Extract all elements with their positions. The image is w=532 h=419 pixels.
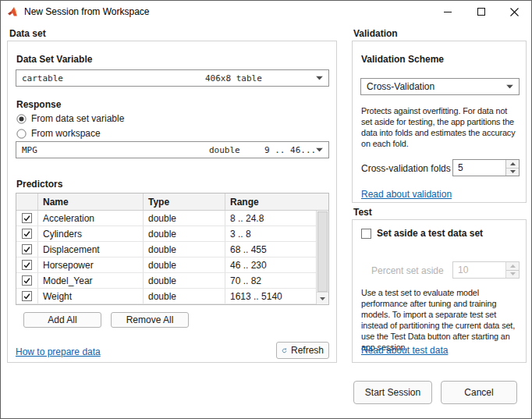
predictor-checkbox[interactable] — [22, 291, 32, 301]
predictor-range: 8 .. 24.8 — [225, 211, 317, 225]
maximize-button[interactable] — [464, 1, 498, 23]
check-icon — [23, 276, 31, 285]
close-icon — [510, 8, 519, 16]
predictor-checkbox[interactable] — [22, 213, 32, 223]
response-variable-range: 9 .. 46... — [264, 145, 316, 155]
radio-from-dataset[interactable]: From data set variable — [16, 113, 124, 124]
titlebar: New Session from Workspace — [1, 1, 531, 23]
predictor-type: double — [144, 273, 225, 288]
table-header-row: Name Type Range — [16, 194, 328, 211]
percent-set-aside-value: 10 — [453, 262, 505, 278]
col-header-name[interactable]: Name — [38, 194, 144, 210]
predictors-label: Predictors — [16, 179, 62, 190]
cancel-button[interactable]: Cancel — [441, 381, 517, 404]
predictors-table: Name Type Range Acceleration double 8 ..… — [16, 193, 329, 305]
check-icon — [23, 214, 31, 222]
radio-from-workspace-label: From workspace — [31, 128, 101, 139]
col-header-range[interactable]: Range — [225, 194, 328, 210]
dataset-groupbox: Data Set Variable cartable 406x8 table R… — [7, 41, 337, 363]
radio-selected-icon — [16, 114, 27, 124]
response-variable-value: MPG — [22, 145, 37, 155]
start-session-button[interactable]: Start Session — [353, 381, 432, 404]
check-icon — [23, 292, 31, 300]
scrollbar-thumb[interactable] — [317, 211, 328, 292]
predictor-type: double — [144, 211, 225, 225]
matlab-icon — [7, 5, 20, 18]
spinner-down-button[interactable] — [506, 169, 519, 176]
col-header-type[interactable]: Type — [144, 194, 225, 210]
window-controls — [431, 1, 531, 23]
read-about-test-data-link[interactable]: Read about test data — [361, 345, 448, 356]
cv-folds-label: Cross-validation folds — [361, 163, 451, 174]
validation-scheme-dropdown[interactable]: Cross-Validation — [360, 78, 520, 95]
dialog-body: Data set Data Set Variable cartable 406x… — [1, 23, 531, 418]
maximize-icon — [477, 8, 485, 16]
predictor-row[interactable]: Acceleration double 8 .. 24.8 — [16, 211, 317, 226]
percent-set-aside-spinner: 10 — [452, 261, 520, 279]
spinner-up-icon — [510, 265, 516, 268]
set-aside-test-checkbox-row[interactable]: Set aside a test data set — [361, 228, 483, 239]
test-checkbox-label: Set aside a test data set — [377, 228, 483, 239]
test-checkbox[interactable] — [361, 229, 371, 239]
dataset-section-label: Data set — [9, 28, 46, 39]
validation-groupbox: Validation Scheme Cross-Validation Prote… — [352, 41, 527, 203]
predictor-row[interactable]: Weight double 1613 .. 5140 — [16, 289, 317, 304]
predictor-name: Horsepower — [38, 257, 144, 272]
predictor-checkbox[interactable] — [22, 244, 32, 254]
minimize-button[interactable] — [431, 1, 464, 23]
refresh-icon — [282, 346, 287, 356]
radio-from-workspace[interactable]: From workspace — [16, 128, 101, 139]
response-label: Response — [16, 99, 61, 110]
chevron-down-icon — [316, 76, 323, 80]
test-groupbox: Set aside a test data set Percent set as… — [352, 219, 527, 363]
scroll-down-button[interactable] — [317, 292, 328, 304]
refresh-button[interactable]: Refresh — [276, 342, 329, 359]
how-to-prepare-data-link[interactable]: How to prepare data — [16, 346, 101, 357]
data-set-variable-label: Data Set Variable — [16, 54, 92, 65]
data-set-variable-info: 406x8 table — [205, 73, 262, 83]
predictor-type: double — [144, 257, 225, 272]
predictor-range: 68 .. 455 — [225, 242, 317, 257]
predictor-row[interactable]: Model_Year double 70 .. 82 — [16, 273, 317, 289]
predictor-row[interactable]: Cylinders double 3 .. 8 — [16, 226, 317, 242]
spinner-down-button — [506, 271, 519, 279]
read-about-validation-link[interactable]: Read about validation — [361, 189, 452, 200]
predictor-name: Model_Year — [38, 273, 144, 288]
check-icon — [23, 245, 31, 254]
predictor-type: double — [144, 289, 225, 304]
minimize-icon — [444, 8, 452, 16]
refresh-button-label: Refresh — [291, 345, 324, 356]
cv-folds-spinner[interactable]: 5 — [452, 159, 520, 176]
spinner-up-button[interactable] — [506, 160, 519, 169]
validation-section-label: Validation — [353, 28, 398, 39]
test-description: Use a test set to evaluate model perform… — [361, 287, 522, 353]
response-variable-dropdown[interactable]: MPG double 9 .. 46... — [16, 141, 329, 158]
predictor-name: Weight — [38, 289, 144, 304]
data-set-variable-dropdown[interactable]: cartable 406x8 table — [16, 69, 329, 87]
predictor-checkbox[interactable] — [22, 229, 32, 239]
predictor-row[interactable]: Horsepower double 46 .. 230 — [16, 257, 317, 273]
window-title: New Session from Workspace — [24, 6, 150, 17]
add-all-button[interactable]: Add All — [23, 312, 101, 328]
scroll-down-icon — [320, 297, 325, 300]
predictor-row[interactable]: Displacement double 68 .. 455 — [16, 242, 317, 257]
predictor-type: double — [144, 242, 225, 257]
predictor-range: 1613 .. 5140 — [225, 289, 317, 304]
new-session-dialog: New Session from Workspace Data set Data… — [0, 0, 532, 419]
check-icon — [23, 261, 31, 269]
remove-all-button[interactable]: Remove All — [111, 312, 189, 328]
check-icon — [23, 229, 31, 238]
test-section-label: Test — [353, 207, 372, 218]
spinner-down-icon — [510, 170, 516, 173]
close-button[interactable] — [498, 1, 531, 23]
table-scrollbar[interactable] — [316, 211, 328, 304]
predictor-name: Displacement — [38, 242, 144, 257]
predictor-checkbox[interactable] — [22, 260, 32, 270]
data-set-variable-value: cartable — [22, 73, 63, 83]
predictor-range: 70 .. 82 — [225, 273, 317, 288]
validation-description: Protects against overfitting. For data n… — [361, 105, 520, 149]
response-variable-type: double — [209, 145, 240, 155]
spinner-down-icon — [510, 272, 516, 275]
predictor-name: Acceleration — [38, 211, 144, 225]
predictor-checkbox[interactable] — [22, 275, 32, 286]
